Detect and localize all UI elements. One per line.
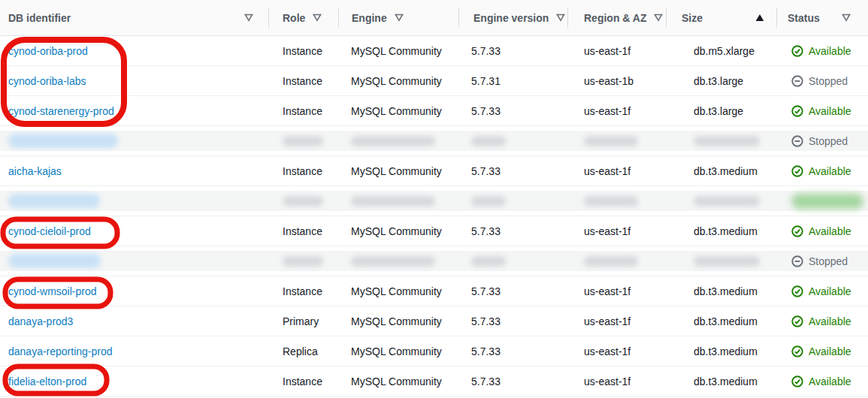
status-stopped-icon — [791, 135, 803, 147]
cell-db_identifier: fidelia-elton-prod — [0, 375, 268, 387]
db-identifier-link[interactable]: cynod-oriba-labs — [8, 75, 86, 87]
table-row: cynod-wmsoil-prodInstanceMySQL Community… — [0, 276, 868, 306]
column-label-engine: Engine — [352, 12, 387, 24]
column-label-size: Size — [682, 12, 703, 24]
db-identifier-link[interactable]: aicha-kajas — [8, 165, 62, 177]
cell-engine: MySQL Community — [338, 105, 458, 117]
cell-role: Instance — [268, 75, 338, 87]
cell-status: Available — [776, 285, 868, 297]
cell-engine_version: 5.7.31 — [458, 75, 567, 87]
cell-region_az — [567, 196, 666, 207]
cell-role: Instance — [268, 105, 338, 117]
cell-size: db.t3.medium — [666, 315, 776, 327]
cell-size: db.m5.xlarge — [666, 45, 776, 57]
cell-engine_version: 5.7.33 — [458, 165, 567, 177]
region-az-value: us-east-1f — [584, 225, 631, 237]
table-row: cynod-oriba-prodInstanceMySQL Community5… — [0, 36, 868, 66]
column-divider — [268, 8, 269, 28]
cell-size: db.t3.medium — [666, 165, 776, 177]
status-label: Available — [809, 285, 851, 297]
region-az-value: us-east-1f — [584, 45, 631, 57]
redacted-engine-blob — [351, 196, 435, 207]
engine-value: MySQL Community — [351, 315, 442, 327]
size-value: db.t3.medium — [694, 225, 758, 237]
cell-role — [268, 256, 338, 267]
redacted-role-blob — [283, 256, 323, 267]
engine-version-value: 5.7.33 — [471, 285, 501, 297]
column-divider — [458, 8, 459, 28]
cell-engine_version: 5.7.33 — [458, 105, 567, 117]
size-value: db.t3.large — [694, 75, 743, 87]
role-value: Instance — [283, 105, 322, 117]
cell-region_az: us-east-1b — [567, 75, 666, 87]
status-label: Stopped — [809, 255, 848, 267]
status-available-icon — [791, 315, 803, 327]
engine_version-sort-icon — [556, 14, 565, 22]
role-value: Instance — [283, 165, 322, 177]
db-identifier-link[interactable]: fidelia-elton-prod — [8, 375, 86, 387]
region-az-value: us-east-1f — [584, 165, 631, 177]
table-row: cynod-starenergy-prodInstanceMySQL Commu… — [0, 96, 868, 126]
cell-status — [776, 194, 868, 209]
cell-role: Primary — [268, 315, 338, 327]
redacted-engine-version-blob — [471, 256, 506, 267]
db-identifier-link[interactable]: cynod-oriba-prod — [8, 45, 88, 57]
cell-engine: MySQL Community — [338, 345, 458, 357]
cell-engine_version — [458, 196, 567, 207]
db-identifier-link[interactable]: danaya-prod3 — [8, 315, 73, 327]
cell-region_az: us-east-1f — [567, 225, 666, 237]
column-divider — [338, 8, 339, 28]
column-header-size[interactable]: Size — [666, 0, 776, 35]
cell-size: db.t3.medium — [666, 375, 776, 387]
redacted-engine-version-blob — [471, 136, 506, 146]
status-label: Available — [809, 165, 851, 177]
size-value: db.t3.large — [694, 105, 743, 117]
cell-engine_version — [458, 136, 567, 146]
cell-role: Instance — [268, 285, 338, 297]
db-identifier-link[interactable]: cynod-cieloil-prod — [8, 225, 91, 237]
db-instances-table: DB identifierRoleEngineEngine versionReg… — [0, 0, 868, 396]
cell-db_identifier: cynod-cieloil-prod — [0, 225, 268, 237]
status-available-icon — [791, 225, 803, 237]
cell-db_identifier: danaya-prod3 — [0, 315, 268, 327]
status-label: Available — [809, 225, 851, 237]
column-header-region_az[interactable]: Region & AZ — [567, 0, 666, 35]
cell-status: Stopped — [776, 75, 868, 87]
column-header-engine[interactable]: Engine — [338, 0, 458, 35]
db-identifier-link[interactable]: danaya-reporting-prod — [8, 345, 113, 357]
cell-status: Available — [776, 45, 868, 57]
cell-status: Available — [776, 225, 868, 237]
table-row: danaya-reporting-prodReplicaMySQL Commun… — [0, 336, 868, 366]
engine-version-value: 5.7.33 — [471, 165, 501, 177]
db-identifier-link[interactable]: cynod-starenergy-prod — [8, 105, 114, 117]
column-header-engine_version[interactable]: Engine version — [458, 0, 567, 35]
status-label: Available — [809, 45, 851, 57]
role-value: Instance — [283, 225, 322, 237]
cell-status: Available — [776, 345, 868, 357]
cell-size: db.t3.medium — [666, 285, 776, 297]
cell-engine_version: 5.7.33 — [458, 375, 567, 387]
cell-size: db.t3.medium — [666, 345, 776, 357]
engine-value: MySQL Community — [351, 345, 442, 357]
redacted-region-az-blob — [584, 136, 638, 146]
size-value: db.t3.medium — [694, 375, 758, 387]
cell-db_identifier — [0, 194, 268, 208]
cell-region_az: us-east-1f — [567, 345, 666, 357]
region_az-sort-icon — [654, 14, 663, 22]
engine-version-value: 5.7.33 — [471, 345, 501, 357]
db-identifier-link[interactable]: cynod-wmsoil-prod — [8, 285, 96, 297]
column-header-role[interactable]: Role — [268, 0, 338, 35]
role-value: Instance — [283, 75, 322, 87]
column-label-role: Role — [283, 12, 305, 24]
role-value: Instance — [283, 285, 322, 297]
status-stopped-icon — [791, 255, 803, 267]
column-header-db_identifier[interactable]: DB identifier — [0, 0, 268, 35]
cell-role — [268, 196, 338, 207]
column-header-status[interactable]: Status — [776, 0, 868, 35]
cell-role — [268, 136, 338, 146]
engine-value: MySQL Community — [351, 75, 442, 87]
table-row: cynod-cieloil-prodInstanceMySQL Communit… — [0, 216, 868, 246]
db_identifier-sort-icon — [244, 14, 253, 22]
cell-size: db.t3.medium — [666, 225, 776, 237]
status-available-icon — [791, 165, 803, 177]
